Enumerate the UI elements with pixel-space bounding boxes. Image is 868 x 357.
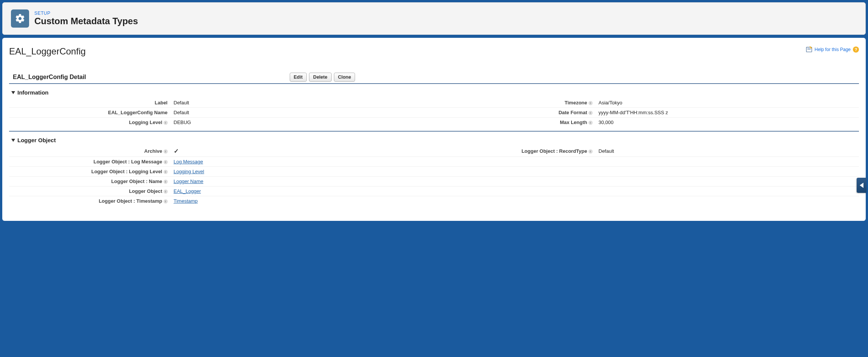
section-logger-object-title: Logger Object xyxy=(17,137,56,143)
field-label: Label xyxy=(155,100,168,106)
field-label: Logger Object : Logging Level xyxy=(91,169,162,174)
logger-object-fields: Archivei ✓ Logger Object : RecordTypei D… xyxy=(9,146,859,206)
detail-title: EAL_LoggerConfig Detail xyxy=(9,74,290,81)
edit-button[interactable]: Edit xyxy=(290,73,307,82)
info-icon[interactable]: i xyxy=(164,199,168,203)
clone-button[interactable]: Clone xyxy=(334,73,355,82)
breadcrumb: SETUP xyxy=(34,11,138,16)
timestamp-link[interactable]: Timestamp xyxy=(174,198,198,204)
header-title: Custom Metadata Types xyxy=(34,16,138,26)
page-title: EAL_LoggerConfig xyxy=(9,46,86,57)
section-logger-object-header[interactable]: Logger Object xyxy=(11,137,859,143)
section-information-title: Information xyxy=(17,89,49,96)
field-label: Logger Object : Log Message xyxy=(93,159,162,165)
info-icon[interactable]: i xyxy=(164,160,168,164)
info-icon[interactable]: i xyxy=(164,170,168,174)
field-label: Logger Object : Timestamp xyxy=(99,198,162,204)
collapse-icon xyxy=(11,139,15,142)
info-icon[interactable]: i xyxy=(588,121,593,125)
field-label: Timezone xyxy=(565,100,587,106)
field-value: 30,000 xyxy=(599,120,614,125)
field-label: Date Format xyxy=(559,110,587,115)
info-icon[interactable]: i xyxy=(588,149,593,154)
field-value: DEBUG xyxy=(174,120,191,125)
info-icon[interactable]: i xyxy=(164,149,168,154)
field-label: Logger Object : RecordType xyxy=(522,148,587,154)
field-value: Default xyxy=(174,100,189,106)
field-value: yyyy-MM-dd'T'HH:mm:ss.SSS z xyxy=(599,110,668,115)
info-icon[interactable]: i xyxy=(588,101,593,105)
logger-name-link[interactable]: Logger Name xyxy=(174,178,204,184)
field-label: Logger Object xyxy=(129,188,162,194)
delete-button[interactable]: Delete xyxy=(309,73,332,82)
info-icon[interactable]: i xyxy=(164,180,168,184)
info-icon[interactable]: i xyxy=(164,121,168,125)
logger-object-link[interactable]: EAL_Logger xyxy=(174,188,201,194)
information-fields: Label Default Timezonei Asia/Tokyo EAL_L… xyxy=(9,98,859,127)
field-label: Logging Level xyxy=(129,120,162,125)
collapse-icon xyxy=(11,91,15,94)
log-message-link[interactable]: Log Message xyxy=(174,159,203,165)
field-label: Archive xyxy=(144,148,162,154)
logging-level-link[interactable]: Logging Level xyxy=(174,169,204,174)
side-panel-expand-button[interactable] xyxy=(857,178,866,193)
section-information-header[interactable]: Information xyxy=(11,89,859,96)
field-label: EAL_LoggerConfig Name xyxy=(108,110,167,115)
field-label: Max Length xyxy=(560,120,587,125)
help-question-icon: ? xyxy=(853,47,859,53)
info-icon[interactable]: i xyxy=(164,189,168,194)
gear-icon xyxy=(11,9,29,28)
field-value: Asia/Tokyo xyxy=(599,100,622,106)
help-text: Help for this Page xyxy=(815,47,851,52)
checkmark-icon: ✓ xyxy=(174,148,179,154)
field-value: Default xyxy=(174,110,189,115)
chevron-left-icon xyxy=(860,183,863,188)
field-value: Default xyxy=(599,148,614,154)
main-content: EAL_LoggerConfig Help for this Page ? EA… xyxy=(2,38,866,221)
help-link[interactable]: Help for this Page ? xyxy=(806,46,859,53)
setup-header: SETUP Custom Metadata Types xyxy=(2,2,866,35)
field-label: Logger Object : Name xyxy=(111,178,162,184)
help-page-icon xyxy=(806,46,812,53)
info-icon[interactable]: i xyxy=(588,111,593,115)
